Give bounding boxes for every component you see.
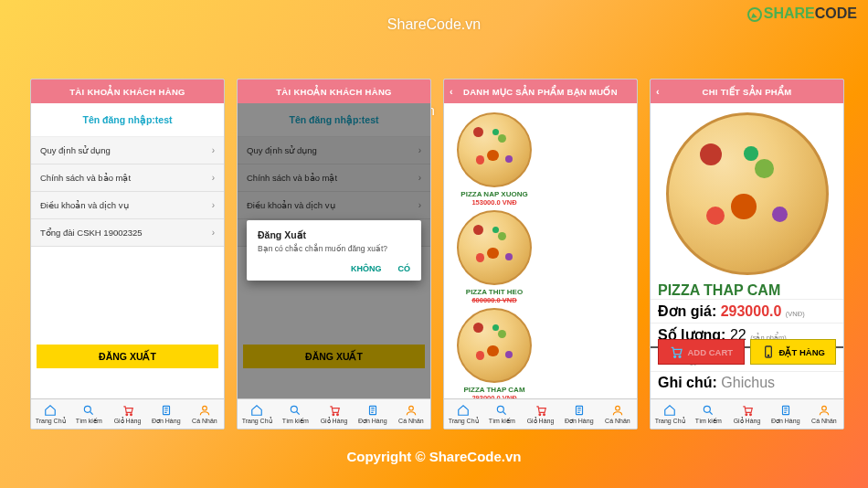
pizza-image [457,210,532,285]
nav-orders[interactable]: Đơn Hàng [147,399,185,429]
product-grid: PIZZA NAP XUONG 153000.0 VNĐ PIZZA THIT … [444,103,637,398]
clipboard-icon [160,404,173,417]
svg-point-4 [203,406,207,410]
price-row: Đơn giá: 293000.0 (VNĐ) [651,299,843,323]
order-button[interactable]: ĐẶT HÀNG [750,339,837,365]
svg-point-7 [336,413,338,415]
svg-point-10 [498,406,504,412]
dialog-yes-button[interactable]: CÓ [398,264,411,273]
nav-cart[interactable]: Giỏ Hàng [108,399,146,429]
bottom-nav: Trang Chủ Tìm kiếm Giỏ Hàng Đơn Hàng Cá … [238,398,430,429]
nav-profile[interactable]: Cá Nhân [805,399,843,429]
chevron-right-icon: › [212,200,215,210]
nav-home[interactable]: Trang Chủ [238,399,276,429]
menu-item-terms[interactable]: Điều khoản và dịch vụ› [31,192,224,219]
svg-point-1 [125,413,127,415]
note-row: Ghi chú: Ghichus [651,371,843,394]
product-image-large [666,112,829,275]
home-icon [44,404,57,417]
screen4-header: ‹ CHI TIẾT SẢN PHẨM [651,80,843,103]
svg-point-20 [745,413,746,415]
bottom-nav: Trang Chủ Tìm kiếm Giỏ Hàng Đơn Hàng Cá … [444,398,637,429]
dialog-message: Bạn có chắc chắn muốn đăng xuất? [258,244,410,253]
product-card[interactable]: PIZZA THIT HEO 600000.0 VNĐ [450,210,539,304]
login-username: Tên đăng nhập:test [31,103,224,137]
nav-home[interactable]: Trang Chủ [444,399,482,429]
back-icon[interactable]: ‹ [450,86,453,97]
nav-cart[interactable]: Giỏ Hàng [727,399,766,429]
svg-point-23 [822,406,827,410]
screen3-header: ‹ DANH MỤC SẢN PHẨM BẠN MUỐN [444,80,637,103]
dialog-title: Đăng Xuất [258,229,410,240]
svg-point-14 [616,406,620,410]
svg-point-9 [409,406,414,410]
svg-point-15 [674,355,676,357]
nav-profile[interactable]: Cá Nhân [185,399,224,429]
nav-orders[interactable]: Đơn Hàng [354,399,392,429]
nav-orders[interactable]: Đơn Hàng [560,399,598,429]
screen-account: TÀI KHOẢN KHÁCH HÀNG Tên đăng nhập:test … [30,79,225,430]
account-menu: Quy định sử dụng› Chính sách và bảo mật›… [31,137,224,247]
back-icon[interactable]: ‹ [656,86,660,97]
bottom-nav: Trang Chủ Tìm kiếm Giỏ Hàng Đơn Hàng Cá … [31,398,224,429]
phone-icon [761,345,776,359]
product-card[interactable]: PIZZA NAP XUONG 153000.0 VNĐ [450,112,539,207]
nav-cart[interactable]: Giỏ Hàng [521,399,559,429]
user-icon [198,404,211,417]
product-title: PIZZA THAP CAM [651,281,843,299]
add-cart-button[interactable]: ADD CART [658,339,745,365]
nav-cart[interactable]: Giỏ Hàng [314,399,353,429]
nav-profile[interactable]: Cá Nhân [598,399,637,429]
svg-point-18 [767,355,768,355]
logo-icon [747,7,762,22]
menu-item-privacy[interactable]: Chính sách và bảo mật› [31,164,224,192]
nav-search[interactable]: Tìm kiếm [482,399,521,429]
svg-point-21 [749,413,751,415]
product-name: PIZZA THIT HEO [450,288,539,296]
nav-profile[interactable]: Cá Nhân [392,399,430,429]
svg-point-5 [291,406,298,412]
pizza-image [457,308,532,383]
dialog-no-button[interactable]: KHÔNG [351,264,382,273]
svg-point-19 [704,406,711,412]
watermark-top: ShareCode.vn [387,16,481,33]
pizza-image [457,112,532,187]
screen-product-detail: ‹ CHI TIẾT SẢN PHẨM PIZZA THAP CAM Đơn g… [650,79,844,430]
product-price: 153000.0 VNĐ [450,198,539,207]
logout-dialog: Đăng Xuất Bạn có chắc chắn muốn đăng xuấ… [247,220,421,281]
svg-point-0 [85,406,91,412]
chevron-right-icon: › [212,228,215,238]
svg-point-6 [332,413,333,415]
sharecode-logo: SHARECODE [747,5,857,22]
bottom-nav: Trang Chủ Tìm kiếm Giỏ Hàng Đơn Hàng Cá … [651,398,843,429]
menu-item-hotline[interactable]: Tổng đài CSKH 19002325› [31,219,224,247]
nav-home[interactable]: Trang Chủ [31,399,69,429]
copyright-text: Copyright © ShareCode.vn [346,449,521,464]
chevron-right-icon: › [212,173,215,183]
cart-icon [669,345,683,359]
nav-home[interactable]: Trang Chủ [651,399,689,429]
screen1-header: TÀI KHOẢN KHÁCH HÀNG [31,80,224,103]
nav-search[interactable]: Tìm kiếm [276,399,314,429]
screen-product-list: ‹ DANH MỤC SẢN PHẨM BẠN MUỐN PIZZA NAP X… [443,79,638,430]
product-card[interactable]: PIZZA THAP CAM 293000.0 VNĐ [450,308,539,398]
product-name: PIZZA THAP CAM [450,386,539,394]
svg-point-12 [543,413,545,415]
svg-point-16 [679,355,681,357]
nav-search[interactable]: Tìm kiếm [689,399,727,429]
product-price: 293000.0 VNĐ [450,394,539,398]
menu-item-usage[interactable]: Quy định sử dụng› [31,137,224,164]
search-icon [82,404,95,417]
logout-button[interactable]: ĐĂNG XUẤT [37,345,218,368]
nav-search[interactable]: Tìm kiếm [69,399,108,429]
svg-point-2 [130,413,132,415]
svg-point-11 [538,413,540,415]
chevron-right-icon: › [212,145,215,155]
cart-icon [122,404,134,417]
product-name: PIZZA NAP XUONG [450,190,539,198]
screen2-header: TÀI KHOẢN KHÁCH HÀNG [238,80,430,103]
screen-logout-dialog: TÀI KHOẢN KHÁCH HÀNG Tên đăng nhập:test … [237,79,431,430]
product-price: 600000.0 VNĐ [450,296,539,304]
nav-orders[interactable]: Đơn Hàng [767,399,805,429]
